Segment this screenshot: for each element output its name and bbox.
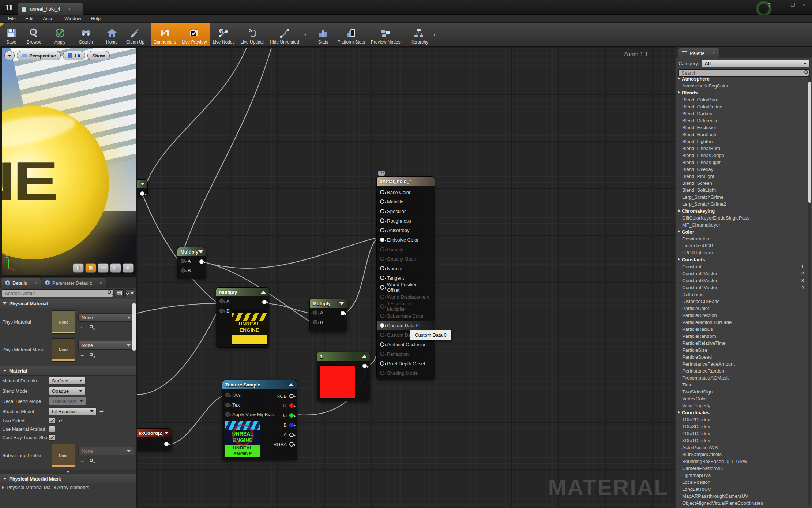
output-pin[interactable] <box>289 394 294 398</box>
hierarchy-dropdown-icon[interactable]: ▼ <box>431 33 438 37</box>
palette-item[interactable]: 2Dto1DIndex <box>676 430 808 437</box>
palette-item[interactable]: Desaturation <box>676 235 808 242</box>
tex-input-pin[interactable] <box>225 403 230 407</box>
material-pin[interactable]: Opacity Mask <box>377 254 435 264</box>
input-pin[interactable] <box>380 228 384 232</box>
palette-item[interactable]: BoundingBoxBased_0-1_UVW <box>676 458 808 465</box>
input-pin[interactable] <box>380 276 384 280</box>
palette-item[interactable]: Blend_SoftLight <box>676 187 808 194</box>
output-pin[interactable] <box>289 403 294 408</box>
apply-button[interactable]: Apply <box>49 23 71 46</box>
shading-model-dropdown[interactable]: Lit Reactive <box>49 407 97 415</box>
palette-category[interactable]: Chromakeying <box>676 208 808 214</box>
palette-item[interactable]: Blend_LinearBurn <box>676 145 808 152</box>
palette-item[interactable]: PrecomputedAOMask <box>676 374 808 381</box>
mesh-plane-button[interactable] <box>98 263 109 273</box>
input-pin[interactable] <box>380 285 384 290</box>
constant-node-1[interactable]: 1 <box>317 352 370 401</box>
palette-item[interactable]: LocalPosition <box>676 479 808 486</box>
material-graph-canvas[interactable]: Zoom 1:1 MATERIAL Multiply A B Multiply … <box>137 48 676 508</box>
output-pin[interactable] <box>140 191 144 196</box>
browse-button[interactable]: Browse <box>23 23 45 46</box>
input-pin-a[interactable] <box>219 299 224 303</box>
palette-category[interactable]: Atmosphere <box>676 75 808 82</box>
collapse-icon[interactable] <box>362 355 367 358</box>
palette-item[interactable]: Blend_ColorBurn <box>676 96 808 103</box>
preview-nodes-button[interactable]: Preview Nodes <box>368 23 403 46</box>
section-physical-material[interactable]: Physical Material <box>0 299 136 308</box>
mesh-sphere-button[interactable] <box>85 263 96 273</box>
use-selected-icon[interactable]: ← <box>80 351 85 358</box>
collapse-icon[interactable] <box>198 250 203 253</box>
palette-item[interactable]: Blend_ColorDodge <box>676 103 808 110</box>
output-b[interactable]: B <box>283 420 294 430</box>
viewport-options-button[interactable] <box>4 51 15 60</box>
input-pin[interactable] <box>380 314 384 318</box>
input-pin[interactable] <box>380 342 384 347</box>
material-pin[interactable]: Subsurface Color <box>377 311 435 321</box>
subsurface-profile-thumbnail[interactable]: None <box>52 444 75 467</box>
palette-item[interactable]: ParticleDirection <box>676 312 808 319</box>
collapse-icon[interactable] <box>289 383 294 386</box>
section-material[interactable]: Material <box>0 366 136 376</box>
material-pin[interactable]: Shading Model <box>377 368 435 378</box>
input-pin[interactable] <box>380 266 384 270</box>
live-update-button[interactable]: Live Update <box>237 23 267 46</box>
details-search-input[interactable] <box>2 289 113 297</box>
material-pin[interactable]: Specular <box>377 206 435 216</box>
tab-parameter-defaults[interactable]: i Parameter Default: × <box>41 278 106 288</box>
tab-palette[interactable]: Palette × <box>678 48 719 58</box>
menu-asset[interactable]: Asset <box>38 15 59 22</box>
cast-ray-traced-shadows-checkbox[interactable]: ✔ <box>49 434 55 441</box>
material-pin[interactable]: Refraction <box>377 349 435 359</box>
platform-stats-button[interactable]: Platform Stats <box>334 23 368 46</box>
material-pin[interactable]: Roughness <box>377 216 435 225</box>
input-pin[interactable] <box>380 304 384 309</box>
mipbias-input-pin[interactable] <box>225 412 230 417</box>
material-pin[interactable]: Opacity <box>377 244 435 254</box>
multiply-node-2[interactable]: Multiply A B UNREALENGINE <box>216 287 269 348</box>
palette-item[interactable]: ParticleSize <box>676 347 808 354</box>
collapse-icon[interactable] <box>339 302 344 305</box>
material-pin[interactable]: Anisotropy <box>377 225 435 235</box>
input-pin[interactable] <box>380 199 384 204</box>
palette-item[interactable]: sRGBToLinear <box>676 249 808 256</box>
palette-item[interactable]: LightmapUVs <box>676 472 808 479</box>
output-rgb[interactable]: RGB <box>277 391 294 401</box>
input-pin[interactable] <box>380 371 384 375</box>
tab-details[interactable]: i Details × <box>1 278 41 288</box>
palette-item[interactable]: Blend_Darken <box>676 110 808 117</box>
output-pin[interactable] <box>164 442 169 446</box>
clean-up-button[interactable]: Clean Up <box>123 23 147 46</box>
input-pin-a[interactable] <box>313 310 317 315</box>
palette-item[interactable]: DistanceCullFade <box>676 298 808 305</box>
input-pin[interactable] <box>380 247 384 251</box>
palette-item[interactable]: PerInstanceFadeAmount <box>676 361 808 367</box>
details-scrollbar[interactable] <box>132 303 136 351</box>
mesh-cylinder-button[interactable] <box>73 263 84 273</box>
stats-button[interactable]: Stats <box>312 23 334 46</box>
preview-viewport[interactable]: NE Perspective Lit Show z <box>2 48 136 275</box>
output-pin[interactable] <box>341 311 345 315</box>
palette-item[interactable]: MapARPassthroughCameraUV <box>676 493 808 500</box>
phys-material-dropdown[interactable]: None <box>78 313 134 322</box>
palette-item[interactable]: Blend_Screen <box>676 180 808 187</box>
input-pin[interactable] <box>380 257 384 261</box>
section-physical-material-mask[interactable]: Physical Material Mask <box>0 474 136 483</box>
palette-item[interactable]: Constant1 <box>676 263 808 270</box>
palette-item[interactable]: LinearTosRGB <box>676 242 808 249</box>
palette-tab-close-icon[interactable]: × <box>712 51 715 56</box>
output-pin[interactable] <box>362 364 367 368</box>
input-pin[interactable] <box>380 333 384 337</box>
palette-category[interactable]: Constants <box>676 256 808 263</box>
use-selected-icon[interactable]: ← <box>80 324 85 330</box>
palette-item[interactable]: 1Dto2DIndex <box>676 416 808 423</box>
input-pin[interactable] <box>380 323 384 328</box>
palette-category[interactable]: Blends <box>676 89 808 96</box>
palette-item[interactable]: ParticleRandom <box>676 333 808 340</box>
palette-category[interactable]: Color <box>676 228 808 235</box>
phys-material-mask-thumbnail[interactable]: None <box>52 338 75 362</box>
input-pin[interactable] <box>380 190 384 194</box>
maximize-button[interactable]: ❐ <box>788 1 797 9</box>
input-pin[interactable] <box>380 361 384 366</box>
